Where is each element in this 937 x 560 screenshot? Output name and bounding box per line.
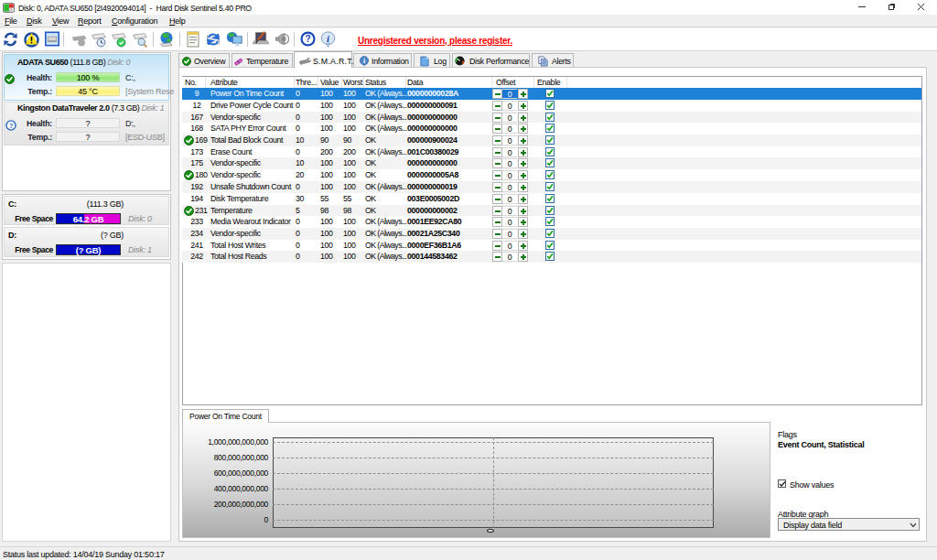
svg-text:?: ? [305, 33, 310, 44]
svg-text:?: ? [9, 122, 13, 130]
